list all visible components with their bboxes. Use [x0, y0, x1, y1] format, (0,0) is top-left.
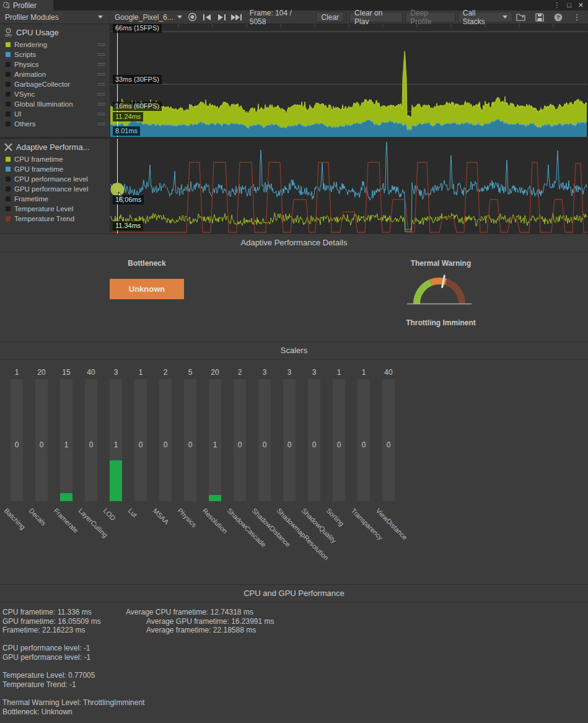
cpu-usage-chart-canvas[interactable] [110, 24, 587, 137]
window-menu-icon[interactable]: ⋮ [553, 2, 560, 9]
legend-item[interactable]: Temperature Trend [0, 214, 110, 224]
legend-color-swatch[interactable] [6, 82, 11, 87]
drag-handle-icon[interactable] [97, 121, 105, 126]
context-menu-button[interactable]: ⋮ [569, 11, 584, 24]
legend-color-swatch[interactable] [6, 112, 11, 116]
scaler-column: 15 1 Framerate [60, 360, 72, 583]
scaler-name: Resolution [201, 507, 229, 535]
scaler-column: 2 0 ShadowCascade [234, 360, 246, 583]
legend-color-swatch[interactable] [6, 62, 11, 67]
drag-handle-icon[interactable] [97, 52, 105, 57]
scaler-column: 1 0 Transparency [358, 360, 370, 583]
scaler-max-value: 3 [110, 368, 122, 377]
cpu-usage-chart[interactable]: 66ms (15FPS) 33ms (30FPS) 16ms (60FPS) 1… [110, 24, 588, 137]
cpu-frametime-value-label: 11.34ms [113, 221, 143, 230]
legend-color-swatch[interactable] [6, 186, 11, 191]
help-button[interactable]: ? [551, 11, 566, 24]
clear-on-play-button[interactable]: Clear on Play [349, 12, 403, 22]
stat-row: Frametime: 22.16223 ms Average frametime… [2, 626, 588, 635]
drag-handle-icon[interactable] [97, 72, 105, 77]
clear-label: Clear [321, 13, 339, 22]
legend-color-swatch[interactable] [6, 206, 11, 211]
legend-item[interactable]: Animation [0, 69, 110, 79]
call-stacks-dropdown[interactable]: Call Stacks [458, 12, 512, 22]
drag-handle-icon[interactable] [97, 62, 105, 67]
scaler-current-value: 0 [234, 440, 246, 449]
frame-scrub-handle[interactable] [111, 183, 125, 196]
scaler-max-value: 40 [382, 368, 395, 377]
legend-color-swatch[interactable] [6, 167, 11, 172]
legend-color-swatch[interactable] [6, 157, 11, 162]
divider [346, 13, 347, 22]
scaler-column: 40 0 LayerCulling [85, 360, 97, 583]
legend-color-swatch[interactable] [6, 196, 11, 201]
gauge-green-arc [417, 283, 431, 304]
legend-color-swatch[interactable] [6, 121, 11, 126]
tools-icon [4, 142, 13, 152]
drag-handle-icon[interactable] [97, 102, 105, 107]
legend-item[interactable]: GPU performance level [0, 184, 110, 194]
legend-item[interactable]: Global Illumination [0, 99, 110, 109]
profiler-modules-dropdown[interactable]: Profiler Modules [0, 11, 108, 24]
legend-color-swatch[interactable] [6, 216, 11, 221]
prev-frame-button[interactable] [200, 11, 214, 24]
drag-handle-icon[interactable] [97, 112, 105, 116]
scaler-name: Framerate [53, 507, 80, 534]
legend-item-label: Temperature Level [14, 205, 73, 213]
drag-handle-icon[interactable] [97, 92, 105, 97]
legend-item[interactable]: CPU frametime [0, 154, 110, 164]
legend-item[interactable]: Others [0, 119, 110, 129]
load-profile-button[interactable] [514, 11, 529, 24]
legend-item[interactable]: Frametime [0, 194, 110, 204]
legend-color-swatch[interactable] [6, 42, 11, 47]
legend-item-label: Rendering [14, 41, 47, 48]
legend-item[interactable]: GarbageCollector [0, 79, 110, 89]
scaler-name: LOD [102, 507, 117, 522]
stat-line: GPU performance level: -1 [2, 653, 588, 662]
drag-handle-icon[interactable] [97, 82, 105, 87]
deep-profile-button: Deep Profile [405, 12, 455, 22]
cpu-usage-module-header[interactable]: CPU CPU Usage [0, 24, 110, 40]
legend-color-swatch[interactable] [6, 72, 11, 77]
legend-item[interactable]: Physics [0, 59, 110, 69]
legend-color-swatch[interactable] [6, 92, 11, 97]
frame-counter: Frame: 104 / 5058 [244, 9, 315, 26]
gauge-red-arc [446, 282, 462, 304]
scaler-current-value: 0 [358, 440, 370, 449]
legend-item[interactable]: Rendering [0, 40, 110, 50]
save-profile-button[interactable] [532, 11, 547, 24]
scaler-max-value: 1 [11, 368, 23, 377]
legend-color-swatch[interactable] [6, 52, 11, 57]
chevron-down-icon [177, 15, 182, 19]
next-frame-button[interactable] [214, 11, 229, 24]
adaptive-performance-chart[interactable]: 16.06ms 11.34ms [110, 139, 588, 234]
legend-item[interactable]: Temperature Level [0, 204, 110, 214]
legend-color-swatch[interactable] [6, 102, 11, 107]
legend-item[interactable]: Scripts [0, 50, 110, 59]
save-icon [535, 13, 544, 22]
tab-profiler[interactable]: Profiler [0, 0, 53, 11]
legend-item[interactable]: UI [0, 109, 110, 119]
adaptive-chart-canvas[interactable] [110, 139, 587, 234]
close-icon[interactable]: ✕ [578, 2, 584, 9]
legend-item-label: Others [14, 120, 36, 128]
current-frame-button[interactable] [229, 11, 243, 24]
prev-frame-icon [203, 14, 211, 20]
scaler-current-value: 1 [60, 440, 72, 449]
legend-item[interactable]: VSync [0, 89, 110, 99]
drag-handle-icon[interactable] [97, 42, 105, 47]
scaler-column: 1 0 Lut [134, 360, 147, 583]
legend-item[interactable]: GPU frametime [0, 164, 110, 174]
legend-item[interactable]: CPU performance level [0, 174, 110, 184]
scaler-name: MSAA [152, 507, 171, 526]
scaler-column: 1 0 Batching [11, 360, 23, 583]
stat-line [2, 689, 588, 698]
scaler-bar-fill [209, 495, 221, 501]
target-device-dropdown[interactable]: Google_Pixel_6... [111, 11, 185, 24]
clear-button[interactable]: Clear [316, 12, 344, 22]
legend-color-swatch[interactable] [6, 177, 11, 182]
stat-line: Temperature Trend: -1 [2, 680, 588, 690]
maximize-icon[interactable]: □ [567, 2, 571, 9]
record-button[interactable] [185, 11, 200, 24]
adaptive-performance-module-header[interactable]: Adaptive Performa... [0, 139, 110, 154]
